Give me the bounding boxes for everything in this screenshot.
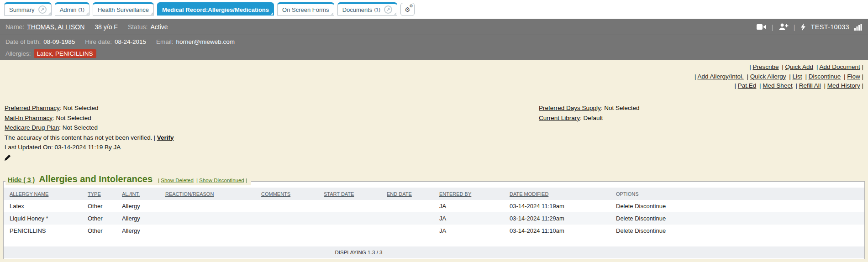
tab-medical-record-allergies-medications[interactable]: Medical Record:Allergies/Medications [157, 2, 274, 16]
col-allergy-name[interactable]: ALLERGY NAME [4, 188, 88, 200]
days-supply-line: Preferred Days Supply: Not Selected [539, 103, 640, 113]
flow-link[interactable]: Flow [847, 73, 860, 80]
end-date-cell [387, 225, 439, 237]
medicare-plan-line: Medicare Drug Plan: Not Selected [5, 123, 174, 133]
medications-panel: Prescribe Quick Add Add Document Add All… [0, 60, 868, 262]
chart-id: TEST-10033 [811, 23, 849, 31]
col-entered-by[interactable]: ENTERED BY [439, 188, 510, 200]
email-label: Email: [156, 38, 174, 45]
med-sheet-link[interactable]: Med Sheet [763, 82, 792, 89]
delete-link[interactable]: Delete [616, 203, 633, 210]
tab-health-surveillance[interactable]: Health Surveillance [93, 2, 154, 16]
email-value: horner@mieweb.com [176, 38, 235, 45]
discontinue-row-link[interactable]: Discontinue [635, 227, 666, 234]
days-supply-link[interactable]: Preferred Days Supply [539, 105, 601, 111]
video-camera-icon[interactable] [757, 24, 767, 30]
settings-button[interactable]: ⚙⚙ [400, 3, 415, 16]
current-library-value: : Default [580, 115, 603, 121]
tab-on-screen-forms[interactable]: On Screen Forms [277, 2, 334, 16]
hide-link[interactable]: Hide ( 3 ) [8, 176, 35, 183]
tab-admin[interactable]: Admin (1) [55, 2, 89, 16]
allergies-legend: Hide ( 3 ) Allergies and Intolerances Sh… [5, 174, 251, 185]
allergy-name-cell: PENICILLINS [4, 225, 88, 237]
add-document-link[interactable]: Add Document [819, 63, 860, 70]
pharmacy-info: Preferred Pharmacy: Not Selected Mail-In… [5, 103, 174, 163]
popout-icon[interactable]: ↗ [38, 5, 47, 14]
person-add-icon[interactable] [779, 23, 789, 31]
status-label: Status: [128, 23, 148, 31]
allergies-fieldset: Hide ( 3 ) Allergies and Intolerances Sh… [3, 181, 865, 259]
entered-by-cell: JA [439, 200, 510, 212]
options-cell: Delete Discontinue [616, 200, 864, 212]
lightning-icon[interactable] [800, 23, 806, 31]
medicare-plan-link[interactable]: Medicare Drug Plan [5, 124, 59, 131]
verify-link[interactable]: Verify [157, 134, 174, 141]
delete-link[interactable]: Delete [616, 227, 633, 234]
col-start-date[interactable]: START DATE [324, 188, 387, 200]
start-date-cell [324, 200, 387, 212]
dob-value: 08-09-1985 [43, 38, 75, 45]
medicare-plan-value: : Not Selected [59, 124, 98, 131]
pencil-icon[interactable] [5, 154, 11, 161]
col-al-int[interactable]: AL./INT. [122, 188, 165, 200]
quick-add-link[interactable]: Quick Add [785, 63, 814, 70]
options-cell: Delete Discontinue [616, 212, 864, 225]
divider: | [794, 23, 795, 31]
reaction-cell [165, 225, 261, 237]
current-library-link[interactable]: Current Library [539, 115, 580, 121]
prescribe-link[interactable]: Prescribe [753, 63, 779, 70]
show-discontinued-link[interactable]: Show Discontinued [199, 178, 244, 183]
show-deleted-link[interactable]: Show Deleted [161, 178, 194, 183]
last-updated-line: Last Updated On: 03-14-2024 11:19 By JA [5, 142, 174, 152]
end-date-cell [387, 200, 439, 212]
med-history-link[interactable]: Med History [827, 82, 860, 89]
refill-all-link[interactable]: Refill All [799, 82, 821, 89]
table-row[interactable]: Latex Other Allergy JA 03-14-2024 11:19a… [4, 200, 864, 212]
delete-link[interactable]: Delete [616, 215, 633, 222]
tab-label: Admin [60, 6, 77, 13]
options-cell: Delete Discontinue [616, 225, 864, 237]
name-label: Name: [5, 23, 24, 31]
add-allergy-intol-link[interactable]: Add Allergy/Intol. [697, 73, 743, 80]
allergy-name-cell: Latex [4, 200, 88, 212]
pat-ed-link[interactable]: Pat.Ed [738, 82, 757, 89]
discontinue-row-link[interactable]: Discontinue [635, 203, 666, 210]
table-row[interactable]: PENICILLINS Other Allergy JA 03-14-2024 … [4, 225, 864, 237]
bar-chart-icon[interactable] [854, 24, 863, 31]
patient-name-link[interactable]: THOMAS, ALLISON [27, 23, 84, 31]
preferred-pharmacy-link[interactable]: Preferred Pharmacy [5, 105, 60, 111]
allergies-badge[interactable]: Latex, PENICILLINS [34, 49, 96, 58]
rx-preferences: Preferred Days Supply: Not Selected Curr… [539, 103, 640, 123]
discontinue-row-link[interactable]: Discontinue [635, 215, 666, 222]
webchart-app: Summary ↗ Admin (1) Health Surveillance … [0, 0, 868, 262]
al-int-cell: Allergy [122, 212, 165, 225]
discontinue-link[interactable]: Discontinue [809, 73, 841, 80]
tab-documents[interactable]: Documents (1) ↗ [337, 2, 397, 16]
quick-allergy-link[interactable]: Quick Allergy [750, 73, 786, 80]
mailin-pharmacy-link[interactable]: Mail-In Pharmacy [5, 115, 53, 121]
col-type[interactable]: TYPE [88, 188, 122, 200]
col-comments[interactable]: COMMENTS [261, 188, 324, 200]
col-end-date[interactable]: END DATE [387, 188, 439, 200]
gears-icon: ⚙⚙ [405, 6, 410, 13]
col-date-modified[interactable]: DATE MODIFIED [510, 188, 616, 200]
tab-summary[interactable]: Summary ↗ [4, 2, 52, 16]
entered-by-cell: JA [439, 225, 510, 237]
table-row[interactable]: Liquid Honey * Other Allergy JA 03-14-20… [4, 212, 864, 225]
date-modified-cell: 03-14-2024 11:29am [510, 212, 616, 225]
patient-demographics-row: Date of birth: 08-09-1985 Hire date: 08-… [0, 35, 868, 47]
popout-icon[interactable]: ↗ [384, 5, 392, 14]
al-int-cell: Allergy [122, 225, 165, 237]
comments-cell [261, 200, 324, 212]
date-modified-cell: 03-14-2024 11:10am [510, 225, 616, 237]
tab-label: On Screen Forms [282, 6, 329, 13]
col-reaction-reason[interactable]: REACTION/REASON [165, 188, 261, 200]
type-cell: Other [88, 200, 122, 212]
list-link[interactable]: List [793, 73, 802, 80]
start-date-cell [324, 212, 387, 225]
divider: | [772, 23, 773, 31]
updated-by-link[interactable]: JA [113, 144, 121, 151]
tab-count: (1) [374, 7, 380, 12]
section-title: Allergies and Intolerances [39, 174, 153, 184]
comments-cell [261, 225, 324, 237]
